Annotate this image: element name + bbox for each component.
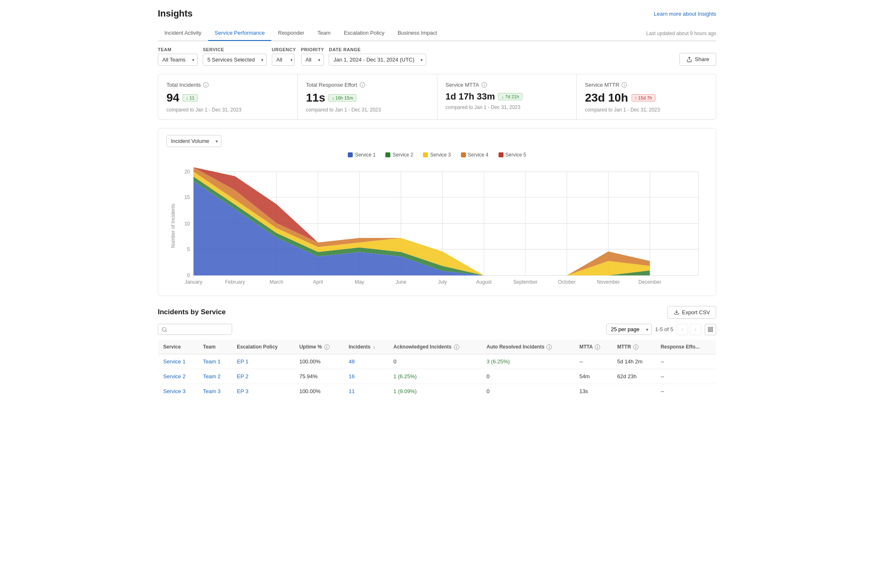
svg-text:April: April (313, 279, 323, 285)
search-icon (162, 327, 167, 332)
team-filter-select[interactable]: All Teams (158, 54, 198, 66)
uptime-info-icon[interactable]: i (324, 344, 330, 350)
urgency-filter-select[interactable]: All (272, 54, 294, 66)
tab-incident-activity[interactable]: Incident Activity (158, 26, 208, 41)
share-icon (686, 57, 692, 62)
chart-legend: Service 1 Service 2 Service 3 Service 4 … (166, 152, 708, 158)
col-mttr: MTTR i (612, 339, 656, 354)
table-row: Service 1 Team 1 EP 1 100.00% 48 0 3 (6.… (158, 354, 716, 369)
col-mtta: MTTA i (575, 339, 613, 354)
total-incidents-badge: ↓ 11 (183, 94, 198, 102)
team1-link[interactable]: Team 1 (203, 358, 221, 365)
svg-text:January: January (185, 279, 202, 285)
urgency-filter-label: URGENCY (272, 47, 296, 52)
next-page-button[interactable]: › (690, 324, 701, 335)
team2-link[interactable]: Team 2 (203, 373, 221, 379)
tab-responder[interactable]: Responder (271, 26, 311, 41)
tab-team[interactable]: Team (311, 26, 337, 41)
col-acknowledged: Acknowledged Incidents i (389, 339, 482, 354)
chart-section: Incident Volume Service 1 Service 2 Serv… (158, 128, 716, 296)
legend-dot-service1 (348, 152, 353, 157)
col-response-effort: Response Effo... (656, 339, 716, 354)
col-team: Team (198, 339, 232, 354)
total-incidents-info-icon[interactable]: i (203, 82, 209, 88)
col-incidents: Incidents ↓ (344, 339, 388, 354)
download-icon (674, 309, 679, 315)
metric-card-mtta: Service MTTA i 1d 17h 33m ↓ 7d 21h compa… (437, 74, 577, 119)
date-range-filter-label: DATE RANGE (329, 47, 426, 52)
acknowledged-info-icon[interactable]: i (454, 344, 459, 350)
svg-text:September: September (513, 279, 538, 285)
svg-rect-43 (711, 330, 712, 332)
learn-more-link[interactable]: Learn more about Insights (654, 11, 716, 17)
incidents2-link[interactable]: 16 (349, 373, 354, 379)
search-box[interactable] (158, 324, 232, 335)
ep2-link[interactable]: EP 2 (237, 373, 249, 379)
mtta-table-info-icon[interactable]: i (595, 344, 600, 350)
svg-text:15: 15 (184, 194, 190, 200)
pagination-controls: 25 per page 1-5 of 5 ‹ › (606, 324, 716, 335)
date-range-filter-select[interactable]: Jan 1, 2024 - Dec 31, 2024 (UTC) (329, 54, 426, 66)
incidents1-link[interactable]: 48 (349, 358, 354, 365)
table-row: Service 3 Team 3 EP 3 100.00% 11 1 (9.09… (158, 384, 716, 398)
svg-text:May: May (355, 279, 364, 285)
service1-link[interactable]: Service 1 (163, 358, 185, 365)
mttr-table-info-icon[interactable]: i (633, 344, 639, 350)
mtta-badge: ↓ 7d 21h (498, 93, 522, 100)
table-row: Service 2 Team 2 EP 2 75.94% 16 1 (6.25%… (158, 369, 716, 384)
col-uptime: Uptime % i (294, 339, 344, 354)
auto-resolved-info-icon[interactable]: i (546, 344, 552, 350)
svg-text:July: July (438, 279, 446, 285)
incidents-sort-icon[interactable]: ↓ (373, 345, 375, 349)
share-button[interactable]: Share (679, 53, 716, 66)
legend-dot-service3 (423, 152, 428, 157)
col-escalation-policy: Escalation Policy (232, 339, 294, 354)
nav-tabs: Incident Activity Service Performance Re… (158, 26, 716, 41)
grid-icon (708, 327, 713, 332)
legend-dot-service2 (385, 152, 390, 157)
svg-point-38 (162, 327, 166, 331)
response-effort-info-icon[interactable]: i (360, 82, 365, 88)
incidents-table-section: Incidents by Service Export CSV 25 per p… (158, 306, 716, 399)
col-auto-resolved: Auto Resolved Incidents i (482, 339, 575, 354)
service-filter-select[interactable]: 5 Services Selected (203, 54, 267, 66)
ep3-link[interactable]: EP 3 (237, 388, 249, 394)
area-chart: .grid-line { stroke: #e0e0e0; stroke-wid… (166, 163, 708, 289)
search-input[interactable] (170, 326, 228, 332)
svg-text:February: February (225, 279, 245, 285)
svg-rect-40 (708, 327, 710, 329)
tab-business-impact[interactable]: Business Impact (391, 26, 444, 41)
metric-card-response-effort: Total Response Effort i 11s ↓ 16h 15m co… (298, 74, 437, 119)
svg-text:Number of Incidents: Number of Incidents (170, 204, 176, 248)
svg-text:10: 10 (184, 221, 190, 227)
incidents3-link[interactable]: 11 (349, 388, 354, 394)
per-page-select[interactable]: 25 per page (606, 324, 652, 335)
metric-card-total-incidents: Total Incidents i 94 ↓ 11 compared to Ja… (158, 74, 297, 119)
table-title: Incidents by Service (158, 308, 226, 316)
service2-link[interactable]: Service 2 (163, 373, 185, 379)
grid-view-button[interactable] (705, 324, 716, 335)
team3-link[interactable]: Team 3 (203, 388, 221, 394)
export-csv-button[interactable]: Export CSV (667, 306, 716, 319)
legend-service1: Service 1 (348, 152, 375, 158)
filters-bar: TEAM All Teams SERVICE 5 Services Select… (158, 47, 716, 66)
chart-type-select[interactable]: Incident Volume (166, 135, 221, 147)
legend-dot-service4 (461, 152, 466, 157)
col-service: Service (158, 339, 198, 354)
mtta-info-icon[interactable]: i (482, 82, 487, 88)
legend-service3: Service 3 (423, 152, 451, 158)
incidents-data-table: Service Team Escalation Policy Uptime % … (158, 339, 716, 399)
svg-text:June: June (396, 279, 406, 285)
tab-escalation-policy[interactable]: Escalation Policy (337, 26, 391, 41)
service3-link[interactable]: Service 3 (163, 388, 185, 394)
tab-service-performance[interactable]: Service Performance (208, 26, 271, 41)
priority-filter-select[interactable]: All (301, 54, 324, 66)
ep1-link[interactable]: EP 1 (237, 358, 249, 365)
prev-page-button[interactable]: ‹ (677, 324, 688, 335)
legend-service2: Service 2 (385, 152, 413, 158)
priority-filter-label: PRIORITY (301, 47, 324, 52)
metric-cards: Total Incidents i 94 ↓ 11 compared to Ja… (158, 74, 716, 120)
service-filter-label: SERVICE (203, 47, 267, 52)
svg-rect-41 (711, 327, 712, 329)
mttr-info-icon[interactable]: i (622, 82, 627, 88)
